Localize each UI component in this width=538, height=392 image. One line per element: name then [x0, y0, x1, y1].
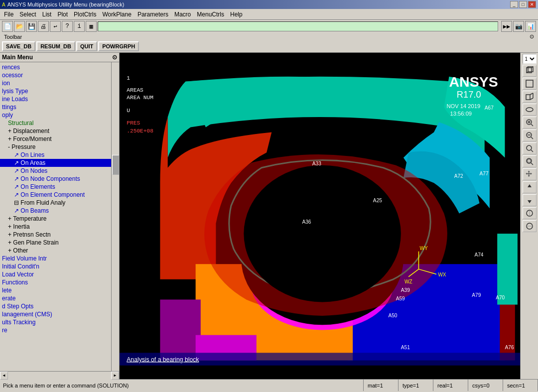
isometric-view-button[interactable] — [523, 65, 537, 77]
sidebar-item[interactable]: + Pretnsn Sectn — [0, 231, 119, 239]
scroll-right-button[interactable]: ▶ — [111, 372, 119, 380]
sidebar-item[interactable]: + Gen Plane Strain — [0, 239, 119, 247]
sidebar-item[interactable]: Load Vector — [0, 270, 119, 278]
svg-rect-69 — [526, 95, 530, 100]
zoom-out-button[interactable] — [523, 130, 537, 141]
rotate-down-button[interactable] — [523, 194, 537, 206]
sidebar-item[interactable]: ocessor — [0, 71, 119, 79]
sidebar-item[interactable]: Functions — [0, 278, 119, 286]
capture-icon[interactable]: 📷 — [513, 21, 524, 32]
svg-text:A67: A67 — [485, 105, 494, 111]
scroll-thumb[interactable] — [112, 155, 119, 175]
sidebar-item[interactable]: + Other — [0, 247, 119, 255]
menu-plotctrls[interactable]: PlotCtrls — [71, 10, 99, 19]
sidebar-item[interactable]: Field Volume Intr — [0, 255, 119, 262]
sidebar-item[interactable]: ⊟ From Fluid Analy — [0, 199, 119, 207]
menu-bar: File Select List Plot PlotCtrls WorkPlan… — [0, 9, 538, 20]
menu-select[interactable]: Select — [16, 10, 39, 19]
svg-text:13:56:09: 13:56:09 — [450, 111, 472, 117]
sidebar-item[interactable]: lysis Type — [0, 87, 119, 95]
sidebar-item[interactable]: erate — [0, 294, 119, 302]
sidebar-header: Main Menu ⊙ — [0, 53, 119, 62]
svg-marker-87 — [528, 184, 532, 187]
graph-icon[interactable]: 📊 — [525, 21, 536, 32]
sidebar-item[interactable]: d Step Opts — [0, 302, 119, 310]
menu-help[interactable]: Help — [227, 10, 246, 19]
sidebar-item[interactable]: ults Tracking — [0, 318, 119, 326]
sidebar-item[interactable]: ine Loads — [0, 95, 119, 103]
sidebar-item[interactable]: oply — [0, 111, 119, 119]
sidebar-item[interactable]: ↗ On Nodes — [0, 167, 119, 175]
menu-macro[interactable]: Macro — [171, 10, 194, 19]
sidebar-item[interactable]: lanagement (CMS) — [0, 310, 119, 318]
sidebar-item[interactable]: Initial Condit'n — [0, 262, 119, 270]
open-icon[interactable]: 📂 — [14, 21, 25, 32]
sidebar-item[interactable]: Structural — [0, 119, 119, 127]
svg-line-71 — [530, 98, 533, 100]
toolbar-label: Toolbar ⊙ — [2, 33, 536, 40]
run-icon[interactable]: ▶▶ — [501, 21, 512, 32]
sidebar-item[interactable]: + Force/Moment — [0, 135, 119, 143]
sidebar-item[interactable]: ↗ On Beams — [0, 207, 119, 215]
menu-menuctrls[interactable]: MenuCtrls — [194, 10, 227, 19]
side-view-button[interactable] — [523, 91, 537, 103]
close-button[interactable]: ✕ — [528, 1, 536, 8]
menu-list[interactable]: List — [39, 10, 55, 19]
rotate-x-button[interactable] — [523, 207, 537, 219]
menu-file[interactable]: File — [1, 10, 16, 19]
sidebar-item[interactable]: - Pressure — [0, 143, 119, 151]
scroll-left-button[interactable]: ◀ — [0, 372, 8, 380]
pan-button[interactable] — [523, 168, 537, 180]
sidebar-item[interactable]: + Temperature — [0, 215, 119, 223]
sidebar-item[interactable]: ↗ On Node Components — [0, 175, 119, 183]
info-icon[interactable]: i — [74, 21, 85, 32]
sidebar-item[interactable]: ttings — [0, 103, 119, 111]
minimize-button[interactable]: _ — [510, 1, 518, 8]
sidebar-item[interactable]: lete — [0, 286, 119, 294]
svg-text:A36: A36 — [302, 219, 311, 225]
sidebar-item[interactable]: ion — [0, 79, 119, 87]
zoom-fit-button[interactable] — [523, 142, 537, 154]
rotate-up-button[interactable] — [523, 181, 537, 193]
save-db-button[interactable]: SAVE_DB — [2, 41, 35, 51]
view-select[interactable]: 1 2 3 4 — [523, 54, 537, 64]
front-view-button[interactable] — [523, 78, 537, 90]
scroll-track-h[interactable] — [8, 372, 111, 380]
print-icon[interactable]: 🖨 — [38, 21, 49, 32]
sidebar-item[interactable]: ↗ On Lines — [0, 151, 119, 159]
scroll-track[interactable] — [111, 62, 119, 371]
menu-parameters[interactable]: Parameters — [134, 10, 171, 19]
resum-db-button[interactable]: RESUM_DB — [36, 41, 75, 51]
undo-icon[interactable]: ↩ — [50, 21, 61, 32]
toolbar-collapse-icon[interactable]: ⊙ — [530, 33, 534, 40]
svg-rect-6 — [497, 234, 518, 304]
rotate-y-button[interactable] — [523, 220, 537, 232]
sidebar-collapse-icon[interactable]: ⊙ — [112, 54, 117, 61]
svg-text:A33: A33 — [312, 161, 321, 166]
menu-workplane[interactable]: WorkPlane — [99, 10, 134, 19]
svg-point-73 — [526, 108, 533, 112]
zoom-box-button[interactable] — [523, 155, 537, 167]
horizontal-scrollbar: ◀ ▶ — [0, 371, 119, 379]
title-bar: A ANSYS Multiphysics Utility Menu (beari… — [0, 0, 538, 9]
sidebar-item[interactable]: + Displacement — [0, 127, 119, 135]
new-icon[interactable]: 📄 — [2, 21, 13, 32]
svg-text:Analysis of a bearing block: Analysis of a bearing block — [127, 356, 199, 363]
sidebar-item[interactable]: + Inertia — [0, 223, 119, 231]
cmd-icon[interactable]: ▦ — [86, 21, 97, 32]
sidebar-item[interactable]: ↗ On Element Component — [0, 191, 119, 199]
menu-plot[interactable]: Plot — [54, 10, 71, 19]
powrgrph-button[interactable]: POWRGRPH — [98, 41, 139, 51]
zoom-in-button[interactable] — [523, 117, 537, 129]
top-view-button[interactable] — [523, 104, 537, 116]
command-input[interactable] — [98, 21, 498, 31]
maximize-button[interactable]: □ — [519, 1, 527, 8]
svg-text:U: U — [127, 108, 130, 114]
quit-button[interactable]: QUIT — [76, 41, 97, 51]
sidebar-item[interactable]: re — [0, 326, 119, 334]
save-icon[interactable]: 💾 — [26, 21, 37, 32]
sidebar-item[interactable]: ↗ On Elements — [0, 183, 119, 191]
sidebar-item[interactable]: ↗ On Areas — [0, 159, 119, 167]
help-icon[interactable]: ? — [62, 21, 73, 32]
sidebar-item[interactable]: rences — [0, 63, 119, 71]
